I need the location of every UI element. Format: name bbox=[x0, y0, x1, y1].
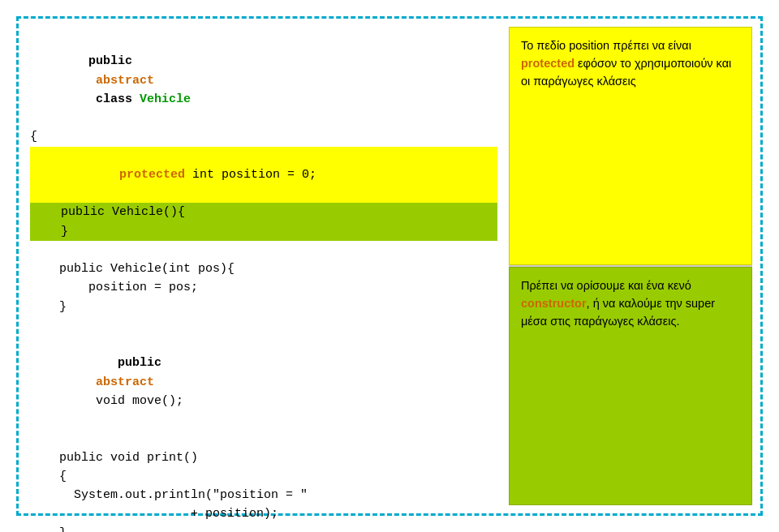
kw-abstract: abstract bbox=[88, 74, 154, 88]
code-line-1: public abstract class Vehicle bbox=[30, 33, 497, 127]
code-line-println2: + position); bbox=[30, 504, 497, 523]
kw-protected: protected bbox=[90, 168, 185, 182]
note-box-2: Πρέπει να ορίσουμε και ένα κενό construc… bbox=[509, 267, 752, 505]
code-line-blank3 bbox=[30, 429, 497, 448]
code-line-2: { bbox=[30, 127, 497, 146]
kw-public2: public bbox=[88, 356, 161, 370]
class-name: Vehicle bbox=[140, 92, 191, 106]
code-panel: public abstract class Vehicle { protecte… bbox=[27, 27, 501, 505]
note1-highlighted: protected bbox=[521, 57, 575, 70]
code-line-constructor-pos-close: } bbox=[30, 298, 497, 316]
code-line-print-open: { bbox=[30, 467, 497, 486]
kw-public: public bbox=[88, 54, 132, 68]
code-line-blank1 bbox=[30, 241, 497, 260]
kw-class: class bbox=[88, 92, 140, 106]
outer-border: public abstract class Vehicle { protecte… bbox=[16, 16, 763, 516]
note2-text-before: Πρέπει να ορίσουμε και ένα κενό bbox=[521, 279, 691, 292]
move-rest: void move(); bbox=[88, 394, 183, 408]
code-line-protected: protected int position = 0; bbox=[30, 147, 497, 204]
code-line-move: public abstract void move(); bbox=[30, 335, 497, 429]
main-container: public abstract class Vehicle { protecte… bbox=[0, 0, 779, 532]
code-line-constructor-pos-open: public Vehicle(int pos){ bbox=[30, 260, 497, 278]
note1-text-before: Το πεδίο position πρέπει να είναι bbox=[521, 39, 691, 52]
code-line-println: System.out.println("position = " bbox=[30, 486, 497, 504]
code-line-constructor-empty-open: public Vehicle(){ bbox=[30, 203, 497, 221]
code-line-constructor-empty-close: } bbox=[30, 222, 497, 241]
note-box-1: Το πεδίο position πρέπει να είναι protec… bbox=[509, 27, 752, 265]
protected-rest: int position = 0; bbox=[185, 168, 316, 182]
code-line-pos-assign: position = pos; bbox=[30, 278, 497, 297]
code-line-print-sig: public void print() bbox=[30, 448, 497, 467]
kw-abstract2: abstract bbox=[88, 375, 154, 389]
notes-panel: Το πεδίο position πρέπει να είναι protec… bbox=[509, 27, 752, 505]
code-line-blank2 bbox=[30, 316, 497, 335]
note2-highlighted: constructor bbox=[521, 297, 587, 310]
code-line-print-close: } bbox=[30, 524, 497, 533]
